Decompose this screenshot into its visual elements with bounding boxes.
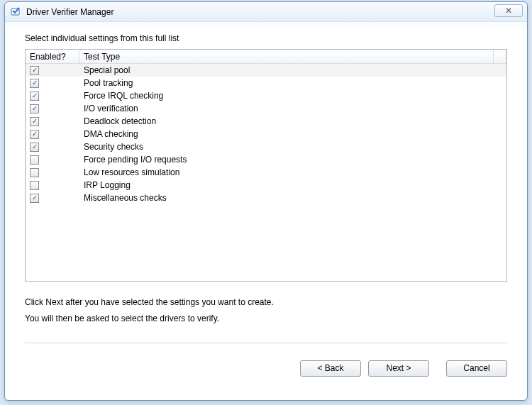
cell-enabled: ✓	[30, 104, 79, 113]
help-text: Click Next after you have selected the s…	[25, 294, 507, 327]
content-area: Select individual settings from this ful…	[5, 22, 527, 350]
divider	[25, 343, 507, 343]
list-item[interactable]: ✓Special pool	[26, 64, 506, 77]
next-button[interactable]: Next >	[368, 360, 429, 377]
column-header-testtype[interactable]: Test Type	[79, 50, 494, 63]
dialog-window: Driver Verifier Manager ✕ Select individ…	[4, 1, 528, 401]
cell-enabled: ✓	[30, 117, 79, 126]
close-icon: ✕	[505, 6, 512, 16]
list-item[interactable]: ✓Force IRQL checking	[26, 89, 506, 102]
cell-testtype-label: Deadlock detection	[79, 116, 506, 126]
cell-enabled	[30, 181, 79, 190]
list-header: Enabled? Test Type	[26, 50, 506, 64]
list-item[interactable]: IRP Logging	[26, 179, 506, 192]
cell-testtype-label: Pool tracking	[79, 78, 506, 88]
column-header-scrollgap	[494, 50, 506, 63]
cell-enabled: ✓	[30, 130, 79, 139]
window-title: Driver Verifier Manager	[26, 7, 113, 17]
app-icon	[11, 6, 22, 18]
checkbox[interactable]	[30, 181, 39, 190]
checkbox[interactable]: ✓	[30, 117, 39, 126]
checkbox[interactable]	[30, 155, 39, 165]
cell-testtype-label: Force pending I/O requests	[79, 155, 506, 165]
instruction-text: Select individual settings from this ful…	[25, 33, 507, 43]
cell-enabled	[30, 155, 79, 165]
checkbox[interactable]: ✓	[30, 79, 39, 88]
cell-testtype-label: I/O verification	[79, 104, 506, 113]
cell-testtype-label: Special pool	[79, 65, 506, 75]
cell-testtype-label: Security checks	[79, 142, 506, 152]
column-header-enabled[interactable]: Enabled?	[26, 50, 79, 63]
cell-enabled: ✓	[30, 194, 79, 203]
help-line-1: Click Next after you have selected the s…	[25, 294, 507, 311]
titlebar[interactable]: Driver Verifier Manager ✕	[5, 2, 527, 22]
list-item[interactable]: ✓Miscellaneous checks	[26, 192, 506, 204]
cell-testtype-label: Miscellaneous checks	[79, 193, 506, 203]
list-item[interactable]: ✓Pool tracking	[26, 77, 506, 89]
list-body[interactable]: ✓Special pool✓Pool tracking✓Force IRQL c…	[26, 64, 506, 281]
checkbox[interactable]: ✓	[30, 104, 39, 113]
cell-enabled: ✓	[30, 91, 79, 101]
checkbox[interactable]: ✓	[30, 130, 39, 139]
checkbox[interactable]	[30, 168, 39, 177]
close-button[interactable]: ✕	[494, 4, 523, 17]
cell-testtype-label: Low resources simulation	[79, 167, 506, 177]
checkbox[interactable]: ✓	[30, 91, 39, 101]
settings-listview[interactable]: Enabled? Test Type ✓Special pool✓Pool tr…	[25, 49, 507, 282]
cell-enabled: ✓	[30, 143, 79, 152]
help-line-2: You will then be asked to select the dri…	[25, 311, 507, 327]
checkbox[interactable]: ✓	[30, 66, 39, 75]
list-item[interactable]: ✓Deadlock detection	[26, 115, 506, 128]
cell-enabled: ✓	[30, 79, 79, 88]
cell-enabled: ✓	[30, 66, 79, 75]
cell-testtype-label: Force IRQL checking	[79, 91, 506, 101]
list-item[interactable]: Force pending I/O requests	[26, 153, 506, 166]
button-bar: < Back Next > Cancel	[5, 350, 527, 377]
list-item[interactable]: Low resources simulation	[26, 166, 506, 179]
list-item[interactable]: ✓DMA checking	[26, 128, 506, 140]
cell-testtype-label: IRP Logging	[79, 180, 506, 190]
cell-enabled	[30, 168, 79, 177]
checkbox[interactable]: ✓	[30, 194, 39, 203]
back-button[interactable]: < Back	[300, 360, 361, 377]
list-item[interactable]: ✓I/O verification	[26, 102, 506, 115]
checkbox[interactable]: ✓	[30, 143, 39, 152]
list-item[interactable]: ✓Security checks	[26, 140, 506, 153]
cell-testtype-label: DMA checking	[79, 129, 506, 139]
cancel-button[interactable]: Cancel	[446, 360, 507, 377]
